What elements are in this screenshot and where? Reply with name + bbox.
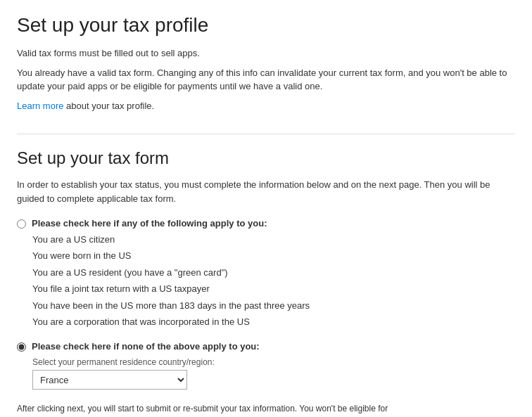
option1-radio[interactable] bbox=[17, 219, 26, 229]
country-select[interactable]: France United States Germany United King… bbox=[32, 370, 187, 390]
intro-line2: You already have a valid tax form. Chang… bbox=[17, 66, 515, 94]
country-select-label: Select your permanent residence country/… bbox=[32, 357, 515, 367]
form-description: In order to establish your tax status, y… bbox=[17, 178, 515, 205]
intro-section: Valid tax forms must be filled out to se… bbox=[17, 46, 515, 113]
form-section-title: Set up your tax form bbox=[17, 148, 515, 168]
intro-line1: Valid tax forms must be filled out to se… bbox=[17, 46, 515, 60]
option1-item-5: You have been in the US more than 183 da… bbox=[32, 297, 515, 314]
footer-note: After clicking next, you will start to s… bbox=[17, 402, 515, 417]
option1-item-2: You were born in the US bbox=[32, 248, 515, 264]
country-select-group: Select your permanent residence country/… bbox=[32, 357, 515, 390]
option1-item-4: You file a joint tax return with a US ta… bbox=[32, 281, 515, 297]
option1-radio-row: Please check here if any of the followin… bbox=[17, 218, 515, 229]
learn-more-suffix: about your tax profile. bbox=[63, 101, 154, 111]
tax-form-section: Set up your tax form In order to establi… bbox=[17, 148, 515, 390]
option1-item-6: You are a corporation that was incorpora… bbox=[32, 314, 515, 330]
learn-more-line: Learn more about your tax profile. bbox=[17, 99, 515, 113]
option2-radio-row: Please check here if none of the above a… bbox=[17, 341, 515, 352]
option2-radio[interactable] bbox=[17, 342, 26, 352]
option2-label[interactable]: Please check here if none of the above a… bbox=[32, 341, 260, 352]
learn-more-link[interactable]: Learn more bbox=[17, 101, 63, 111]
option1-sub-items: You are a US citizen You were born in th… bbox=[32, 231, 515, 330]
option1-group: Please check here if any of the followin… bbox=[17, 218, 515, 330]
option1-item-3: You are a US resident (you have a "green… bbox=[32, 264, 515, 281]
option2-group: Please check here if none of the above a… bbox=[17, 341, 515, 390]
option1-item-1: You are a US citizen bbox=[32, 231, 515, 248]
page-title: Set up your tax profile bbox=[17, 14, 515, 37]
option1-label[interactable]: Please check here if any of the followin… bbox=[32, 218, 267, 229]
section-divider bbox=[17, 134, 515, 134]
